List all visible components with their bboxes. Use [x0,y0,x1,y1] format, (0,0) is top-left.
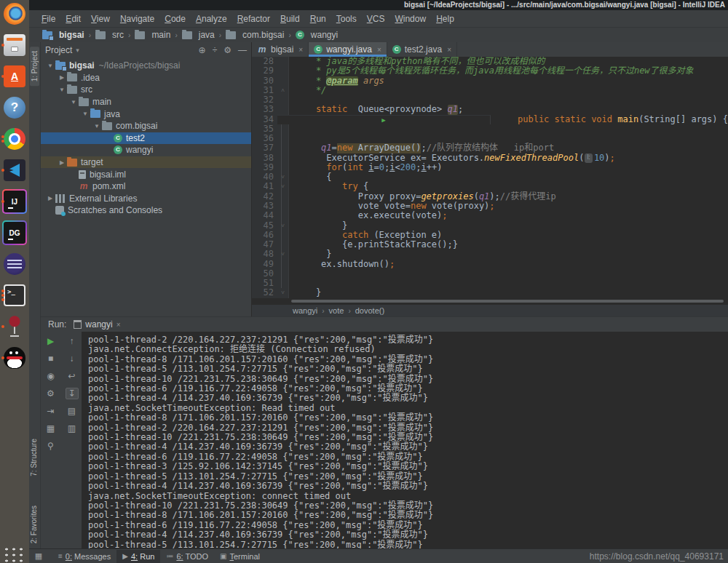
tree-row-main[interactable]: ▼main [41,96,251,108]
tree-row-external-libraries[interactable]: ▶External Libraries [41,193,251,205]
statusbar-item-run[interactable]: ▶4: Run [116,550,160,563]
tree-toggle-icon[interactable]: ▼ [45,63,55,69]
code-token: try [342,182,358,191]
tree-row-target[interactable]: ▶target [41,156,251,169]
close-icon[interactable]: × [116,321,121,329]
tree-label: java [104,109,120,119]
collapse-all-icon[interactable]: ÷ [213,45,218,55]
tool-tab-project[interactable]: 1: Project [30,47,39,86]
dock-item-datagrip[interactable] [2,221,27,244]
dock-item-help[interactable] [2,96,27,119]
breadcrumb-item[interactable]: src [94,30,125,40]
tool-tab-structure[interactable]: 7: Structure [30,439,38,476]
menu-help[interactable]: Help [431,12,459,25]
tool-tab-favorites[interactable]: 2: Favorites [30,506,38,543]
editor-breadcrumb-item[interactable]: vote [329,306,344,315]
statusbar-item-todo[interactable]: ≔6: TODO [160,550,214,563]
menu-file[interactable]: File [36,12,60,25]
hide-panel-icon[interactable]: — [238,45,247,55]
tree-toggle-icon[interactable]: ▶ [57,159,67,166]
code-editor[interactable]: 28 * java的多线程和python略有不同，但也可以改成相似的29 * p… [252,57,728,298]
editor-breadcrumb-item[interactable]: dovote() [355,306,384,315]
editor-tab-wangyi-java[interactable]: wangyi.java× [309,42,387,57]
menu-build[interactable]: Build [275,12,305,25]
clear-icon[interactable]: ▥ [66,423,79,434]
menu-run[interactable]: Run [305,12,331,25]
breadcrumb-item[interactable]: java [181,30,216,40]
profiler-icon[interactable]: ⚙ [44,388,58,399]
run-tab[interactable]: wangyi × [74,319,120,330]
code-line: 49 ex.shutdown(); [252,260,728,269]
print-icon[interactable]: ▤ [66,405,79,417]
screenshot-icon[interactable]: ◉ [44,370,58,382]
scroll-to-end-icon[interactable]: ↧ [66,388,79,399]
tree-row-pom-xml[interactable]: pom.xml [41,180,251,193]
breadcrumb-item[interactable]: com.bigsai [224,30,285,40]
dock-item-wine[interactable] [2,315,27,338]
dock-item-intellij[interactable] [2,190,27,213]
statusbar-item-terminal[interactable]: ▣Terminal [214,550,266,563]
locate-icon[interactable]: ⊕ [199,45,206,55]
prev-occurrence-icon[interactable]: ↑ [66,335,79,347]
chevron-down-icon[interactable]: ▾ [76,47,79,54]
dock-item-terminal[interactable] [2,284,27,307]
tree-toggle-icon[interactable]: ▼ [57,87,67,93]
soft-wrap-icon[interactable]: ↩ [66,370,79,382]
menu-vcs[interactable]: VCS [362,12,390,25]
pin-icon[interactable]: ⚲ [44,440,58,452]
statusbar-item-messages[interactable]: ≡0: Messages [52,550,116,563]
menu-window[interactable]: Window [389,12,431,25]
project-panel-title[interactable]: Project [45,45,72,55]
menu-view[interactable]: View [86,12,115,25]
breadcrumb-item[interactable]: wangyi [294,30,339,40]
editor-hscrollbar[interactable] [252,298,728,304]
tab-close-icon[interactable]: × [298,46,303,54]
tree-toggle-icon[interactable]: ▶ [57,74,67,81]
tree-toggle-icon[interactable]: ▶ [45,195,55,201]
tree-row--idea[interactable]: ▶.idea [41,72,251,84]
dock-item-chrome[interactable] [2,127,27,151]
layout-icon[interactable]: ▦ [44,423,58,434]
breadcrumb-item[interactable]: main [133,30,172,40]
tree-row-bigsai[interactable]: ▼bigsai~/IdeaProjects/bigsai [41,60,251,72]
run-gutter-icon[interactable]: ▶ [277,115,491,124]
editor-tab-bigsai[interactable]: bigsai× [252,42,309,57]
dock-item-qq[interactable] [2,346,27,370]
tree-toggle-icon[interactable]: ▼ [68,99,79,105]
tab-close-icon[interactable]: × [377,46,381,54]
editor-tab-test2-java[interactable]: test2.java× [387,42,457,57]
menu-analyze[interactable]: Analyze [191,12,232,25]
tree-row-bigsai-iml[interactable]: bigsai.iml [41,168,251,180]
tab-label: test2.java [405,44,442,55]
exit-icon[interactable]: ⇥ [44,405,58,417]
stop-icon[interactable]: ■ [44,353,58,364]
show-applications-icon[interactable] [4,547,25,563]
tree-toggle-icon[interactable]: ▼ [80,111,90,117]
menu-navigate[interactable]: Navigate [115,12,159,25]
tree-row-wangyi[interactable]: wangyi [41,144,251,156]
menu-edit[interactable]: Edit [60,12,86,25]
tree-row-java[interactable]: ▼java [41,108,251,120]
tool-windows-toggle-icon[interactable]: ▦ [32,551,45,561]
editor-breadcrumb-item[interactable]: wangyi [293,306,317,315]
menu-tools[interactable]: Tools [331,12,362,25]
dock-item-firefox[interactable] [2,2,27,25]
tree-row-com-bigsai[interactable]: ▼com.bigsai [41,120,251,132]
dock-item-software-center[interactable] [2,65,27,88]
tree-toggle-icon[interactable]: ▼ [92,123,102,129]
dock-item-eclipse[interactable] [2,252,27,276]
menu-code[interactable]: Code [159,12,191,25]
hscrollbar-thumb[interactable] [291,300,724,303]
tab-close-icon[interactable]: × [447,46,451,54]
gear-icon[interactable]: ⚙ [223,45,232,55]
dock-item-vscode[interactable] [2,159,27,182]
breadcrumb-item[interactable]: bigsai [41,30,86,40]
dock-item-file-manager[interactable] [2,33,27,57]
tree-row-test2[interactable]: test2 [41,132,251,145]
tree-row-src[interactable]: ▼src [41,84,251,96]
tree-row-scratches-and-consoles[interactable]: Scratches and Consoles [41,204,251,217]
rerun-icon[interactable]: ▶ [44,335,58,347]
menu-refactor[interactable]: Refactor [232,12,275,25]
next-occurrence-icon[interactable]: ↓ [66,353,79,364]
run-console-output[interactable]: pool-1-thread-2 /220.164.227.237:21291 {… [82,332,728,549]
